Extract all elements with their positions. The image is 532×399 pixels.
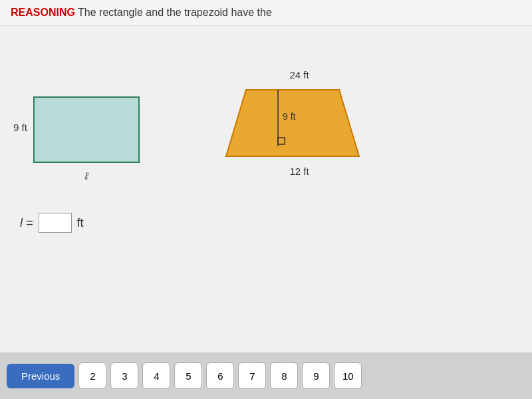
rectangle-shape bbox=[33, 96, 140, 163]
page-button-5[interactable]: 5 bbox=[174, 362, 202, 389]
page-button-9[interactable]: 9 bbox=[302, 362, 330, 389]
page-button-6[interactable]: 6 bbox=[206, 362, 234, 389]
reasoning-label: REASONING bbox=[11, 7, 75, 18]
page-button-10[interactable]: 10 bbox=[334, 362, 362, 389]
svg-text:9 ft: 9 ft bbox=[283, 111, 296, 122]
page-button-2[interactable]: 2 bbox=[78, 362, 106, 389]
page-button-8[interactable]: 8 bbox=[270, 362, 298, 389]
page-button-4[interactable]: 4 bbox=[142, 362, 170, 389]
answer-input[interactable] bbox=[39, 213, 72, 233]
bottom-nav: Previous 2 3 4 5 6 7 8 9 10 bbox=[0, 352, 532, 399]
page-button-7[interactable]: 7 bbox=[238, 362, 266, 389]
trapezoid-container: 24 ft 9 ft 12 ft bbox=[219, 69, 366, 177]
unit-label: ft bbox=[77, 216, 84, 230]
trapezoid-bottom-label: 12 ft bbox=[233, 166, 366, 177]
input-area: l = ft bbox=[20, 213, 84, 233]
l-equation-label: l = bbox=[20, 216, 33, 230]
trapezoid-svg: 9 ft bbox=[219, 83, 366, 163]
reasoning-text: The rectangle and the trapezoid have the bbox=[75, 7, 272, 18]
svg-marker-0 bbox=[226, 90, 359, 156]
reasoning-header: REASONING The rectangle and the trapezoi… bbox=[0, 0, 532, 26]
page-button-3[interactable]: 3 bbox=[110, 362, 138, 389]
shapes-area: 9 ft ℓ 24 ft 9 ft 12 ft bbox=[13, 30, 532, 216]
trapezoid-top-label: 24 ft bbox=[233, 69, 366, 80]
page-container: REASONING The rectangle and the trapezoi… bbox=[0, 0, 532, 399]
rectangle-container: 9 ft ℓ bbox=[33, 96, 140, 163]
rect-left-label: 9 ft bbox=[13, 122, 27, 133]
previous-button[interactable]: Previous bbox=[7, 364, 74, 388]
rect-bottom-label: ℓ bbox=[85, 170, 88, 182]
